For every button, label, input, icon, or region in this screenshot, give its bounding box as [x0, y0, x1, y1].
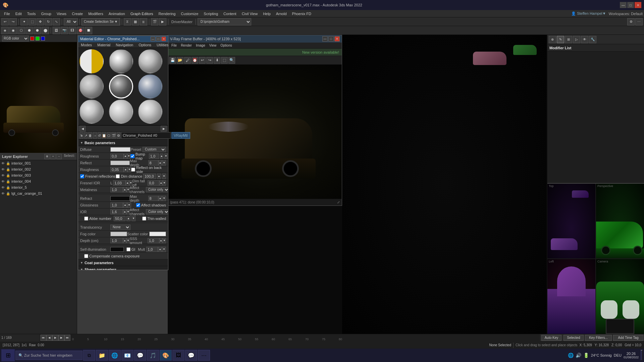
tb2-render5[interactable]: 🔲 — [85, 27, 92, 34]
minimize-btn[interactable]: — — [620, 2, 627, 8]
vfb-close-btn[interactable]: ✕ — [334, 36, 340, 42]
render-setup-btn[interactable]: 🎬 — [151, 18, 158, 25]
maxdepth-input[interactable] — [148, 160, 158, 166]
vfb-open-btn[interactable]: 📂 — [177, 57, 183, 64]
tb2-btn1[interactable]: ◈ — [1, 27, 9, 34]
sss-spin-down[interactable]: ▼ — [163, 238, 166, 243]
dim-dist-check[interactable] — [116, 174, 120, 178]
show-desktop-btn[interactable] — [641, 350, 643, 361]
layer-item-3[interactable]: 👁 🔒 interior_004 — [0, 178, 77, 184]
tb2-btn6[interactable]: ⬤ — [42, 27, 49, 34]
sphere-1[interactable] — [109, 49, 133, 73]
maxdepth-spin-up[interactable]: ▲ — [158, 160, 162, 166]
mat-close-btn[interactable]: ✕ — [161, 37, 166, 41]
tb2-render4[interactable]: 🎯 — [77, 27, 84, 34]
align-btn[interactable]: ⫼ — [140, 18, 147, 25]
dd-spin-down[interactable]: ▼ — [162, 174, 166, 179]
start-btn[interactable]: ⊞ — [1, 349, 15, 361]
roughness-spin-up[interactable]: ▲ — [124, 154, 127, 159]
affect-channels-dropdown[interactable]: Color only — [146, 187, 168, 192]
settings-btn[interactable]: ⚙ — [627, 18, 635, 25]
select-region-btn[interactable]: ⬚ — [29, 18, 36, 25]
layer-sort-btn[interactable]: ⊞ — [44, 154, 50, 159]
menu-customize[interactable]: Customize — [178, 11, 201, 16]
color-swatch-g[interactable] — [36, 37, 40, 41]
auto-key-btn[interactable]: Auto Key — [541, 335, 561, 341]
vfb-redo-btn[interactable]: ↪ — [206, 57, 213, 64]
taskbar-3dsmax[interactable]: 🎨 — [160, 350, 172, 361]
maxdepth-spin-down[interactable]: ▼ — [162, 160, 166, 166]
affect-shadows-check[interactable] — [136, 203, 140, 207]
vfb-min-btn[interactable]: — — [322, 36, 328, 42]
mat-menu-utilities[interactable]: Utilities — [154, 42, 171, 48]
select-btn[interactable]: ✦ — [20, 18, 28, 25]
ior-input[interactable] — [110, 209, 123, 215]
reflect-color-swatch[interactable] — [110, 161, 130, 165]
dep-spin-up[interactable]: ▲ — [123, 238, 126, 243]
ab-spin-up[interactable]: ▲ — [126, 216, 130, 221]
mat-menu-options[interactable]: Options — [136, 42, 154, 48]
bumpmap-spin-up[interactable]: ▲ — [160, 154, 163, 159]
diffuse-color-swatch[interactable] — [110, 147, 130, 152]
menu-edit[interactable]: Edit — [13, 11, 24, 16]
menu-arnold[interactable]: Arnold — [273, 11, 289, 16]
taskbar-mail[interactable]: 📧 — [121, 350, 133, 361]
depth-input[interactable] — [110, 238, 123, 243]
menu-file[interactable]: File — [1, 11, 13, 16]
vfb-render-menu[interactable]: Render — [179, 44, 194, 47]
rt-util-btn[interactable]: 🔧 — [589, 36, 596, 43]
refract-maxdepth-input[interactable] — [148, 196, 158, 201]
play-btn[interactable]: ▶ — [52, 335, 58, 341]
mini-viewport[interactable] — [0, 42, 77, 153]
mat-minimize-btn[interactable]: — — [151, 37, 155, 41]
roughness-reflect-input[interactable] — [110, 167, 124, 172]
render-btn[interactable]: ▶ — [159, 18, 166, 25]
3d-scene-right[interactable] — [342, 35, 547, 334]
menu-scripting[interactable]: Scripting — [201, 11, 221, 16]
vfb-stamp-btn[interactable]: 🖊 — [184, 57, 191, 64]
mat-reset-btn[interactable]: ↺ — [98, 132, 101, 139]
vp-topright[interactable]: Perspective — [596, 184, 644, 258]
fi-spin-down[interactable]: ▼ — [129, 180, 132, 186]
rotate-btn[interactable]: ↻ — [45, 18, 52, 25]
compensate-check[interactable] — [84, 254, 88, 258]
refract-color-swatch[interactable] — [110, 196, 130, 201]
vfb-image-area[interactable] — [168, 65, 342, 199]
roughness-spin-down[interactable]: ▼ — [127, 154, 130, 159]
color-mode-dropdown[interactable]: RGB color — [2, 36, 29, 42]
tb2-render2[interactable]: 📷 — [61, 27, 68, 34]
redo-btn[interactable]: ↪ — [9, 18, 17, 25]
sheen-params-section[interactable]: Sheen parameters — [78, 266, 168, 270]
vfb-history-btn[interactable]: ⏰ — [192, 57, 198, 64]
metalness-input[interactable] — [110, 187, 123, 192]
layer-item-5[interactable]: 👁 🔒 lgt_car_orange_01 — [0, 190, 77, 196]
fi-spin-up[interactable]: ▲ — [126, 180, 129, 186]
vfb-channel-menu[interactable]: View — [207, 44, 219, 47]
menu-create[interactable]: Create — [69, 11, 86, 16]
close-btn[interactable]: ✕ — [635, 2, 641, 8]
more-btn[interactable]: ⋯ — [635, 18, 643, 25]
go-start-btn[interactable]: ⏮ — [40, 335, 46, 341]
menu-content[interactable]: Content — [221, 11, 239, 16]
m-spin-down[interactable]: ▼ — [126, 187, 130, 192]
taskbar-chrome[interactable]: 🌐 — [109, 350, 121, 361]
preset-dropdown[interactable]: CustomChromeGold — [143, 147, 166, 152]
tb2-render3[interactable]: 🎞 — [69, 27, 76, 34]
m-spin-up[interactable]: ▲ — [123, 187, 126, 192]
vfb-options-menu[interactable]: Options — [218, 44, 234, 47]
sphere-4[interactable] — [109, 74, 133, 99]
gl-spin-down[interactable]: ▼ — [127, 202, 131, 208]
reflect-back-check[interactable] — [131, 168, 135, 172]
dfo-spin-up[interactable]: ▲ — [159, 180, 163, 186]
rt-create-btn[interactable]: ⊕ — [549, 36, 556, 43]
dim-falloff-input[interactable] — [148, 180, 159, 186]
rt-hierarchy-btn[interactable]: ⊞ — [565, 36, 572, 43]
vp-topleft[interactable]: Top — [547, 184, 595, 258]
scatter-color-swatch[interactable] — [149, 232, 166, 236]
timeline-ruler[interactable]: 0 5 10 15 20 25 30 35 40 45 50 55 60 65 … — [70, 334, 540, 342]
create-selection-btn[interactable]: Create Selection Se ▼ — [82, 18, 120, 25]
add-time-tag-btn[interactable]: Add Time Tag — [613, 335, 643, 341]
next-frame-btn[interactable]: ▶ — [58, 335, 64, 341]
prev-frame-btn[interactable]: ◀ — [46, 335, 52, 341]
sphere-7[interactable] — [109, 100, 133, 124]
